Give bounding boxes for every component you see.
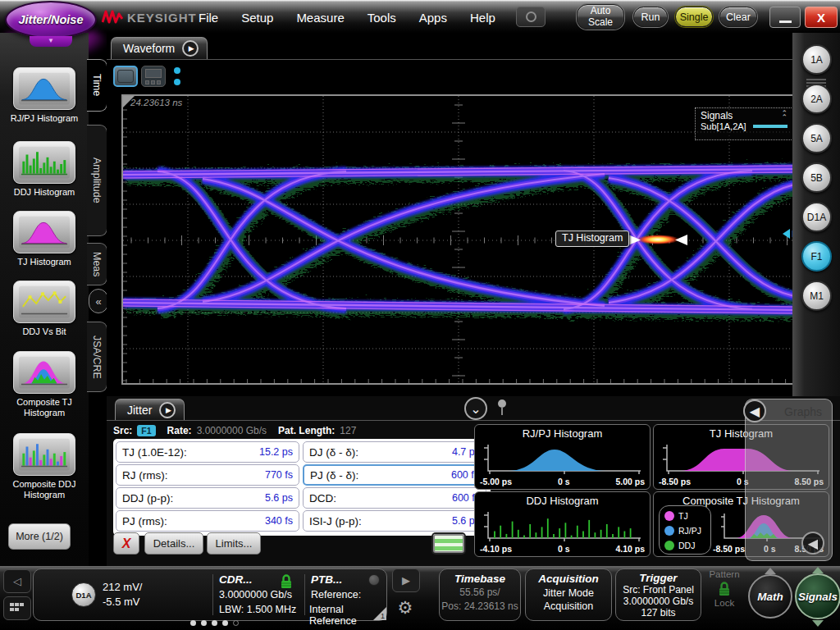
collapse-panel-button[interactable]: ⌄ (464, 397, 487, 420)
src-badge[interactable]: F1 (137, 425, 155, 436)
menu-help[interactable]: Help (459, 9, 507, 26)
result-cell-dcd[interactable]: DCD:600 fs (303, 487, 486, 509)
channel-button-f1[interactable]: F1 (801, 241, 832, 272)
collapse-chevron-icon[interactable]: ⌃⌃ (781, 112, 788, 120)
channel-button-2a[interactable]: 2A (801, 84, 832, 114)
menu-tools[interactable]: Tools (356, 9, 408, 26)
channel-button-1a[interactable]: 1A (801, 44, 832, 75)
signals-button[interactable]: Signals (795, 573, 840, 619)
signal-list-button[interactable] (3, 596, 31, 620)
sidebar-item-composite-ddj-histogram[interactable]: Composite DDJ Histogram (0, 433, 89, 500)
channel-button-5b[interactable]: 5B (801, 162, 832, 193)
details-button[interactable]: Details... (144, 532, 203, 555)
math-button[interactable]: Math (748, 574, 792, 619)
math-up-arrow-icon[interactable] (765, 568, 776, 574)
menu-measure[interactable]: Measure (285, 9, 355, 26)
channel-button-m1[interactable]: M1 (801, 281, 832, 311)
timebase-scale-value: 55.56 ps/ (440, 587, 520, 598)
sidebar-item-ddj-vs-bit[interactable]: DDJ Vs Bit (0, 281, 89, 337)
signal-settings-panel[interactable]: D1A 212 mV/ -5.5 mV CDR... 3.0000000 Gb/… (33, 568, 387, 621)
signals-legend-box[interactable]: Signals ⌃⌃ Sub[1A,2A] (695, 107, 793, 140)
tab-amplitude[interactable]: Amplitude (87, 125, 107, 236)
menu-file[interactable]: File (187, 9, 230, 26)
tab-meas[interactable]: Meas (87, 243, 107, 285)
more-graphs-button[interactable]: More (1/2) (8, 523, 71, 550)
mini-panel-rjpj-histogram[interactable]: RJ/PJ Histogram -5.00 ps 0 s 5.00 ps (474, 424, 651, 490)
menu-setup[interactable]: Setup (230, 9, 285, 26)
pin-icon[interactable] (495, 399, 509, 417)
channel-offset-value: -5.5 mV (103, 596, 140, 608)
signals-down-arrow-icon[interactable] (812, 620, 824, 627)
auto-scale-line1: Auto (591, 6, 611, 16)
rjpj-histogram-icon (19, 72, 70, 105)
x-label-max: 5.00 ps (615, 477, 645, 486)
timebase-panel[interactable]: Timebase 55.56 ps/ Pos: 24.23613 ns (439, 568, 521, 621)
mini-panel-ddj-histogram[interactable]: DDJ Histogram -4.10 ps 0 s 4.10 ps (474, 491, 651, 557)
sidebar-item-rjpj-histogram[interactable]: RJ/PJ Histogram (0, 67, 89, 124)
ddj-vs-bit-icon (19, 285, 70, 318)
trigger-panel[interactable]: Trigger Src: Front Panel 3.0000000 Gb/s … (615, 568, 701, 621)
tab-jsa-cre[interactable]: JSA/CRE (87, 322, 107, 392)
app-logo[interactable]: Jitter/Noise (5, 1, 97, 39)
acquisition-title: Acquisition (526, 573, 611, 585)
run-button[interactable]: Run (633, 7, 668, 27)
graphs-drawer-open-button[interactable]: ◀ (743, 399, 766, 422)
scroll-left-button[interactable]: ◁ (3, 569, 31, 593)
signals-up-arrow-icon[interactable] (812, 567, 824, 573)
jitter-results-table: TJ (1.0E-12):15.2 ps DJ (δ - δ):4.7 ps R… (113, 439, 491, 536)
result-cell-pj-dd[interactable]: PJ (δ - δ):600 fs (303, 464, 486, 486)
d1a-channel-badge[interactable]: D1A (71, 582, 96, 607)
settings-gear-button[interactable]: ⚙ (392, 596, 418, 620)
limits-button[interactable]: Limits... (207, 532, 261, 555)
ptb-status-dot (368, 574, 380, 586)
single-button[interactable]: Single (675, 7, 713, 27)
auto-scale-button[interactable]: Auto Scale (577, 4, 624, 30)
channel-button-d1a[interactable]: D1A (801, 202, 832, 232)
graphs-drawer-arrow-button[interactable]: ◀ (801, 532, 824, 555)
result-cell-tj[interactable]: TJ (1.0E-12):15.2 ps (116, 441, 299, 463)
layout-multi-button[interactable] (141, 66, 166, 87)
waveform-tab-menu-icon[interactable]: ▶ (182, 40, 199, 57)
cdr-rate-value: 3.0000000 Gb/s (219, 589, 292, 600)
table-row: TJ (1.0E-12):15.2 ps DJ (δ - δ):4.7 ps (116, 441, 488, 463)
tab-time[interactable]: Time (87, 59, 107, 112)
delete-measurement-button[interactable]: X (113, 532, 139, 555)
layout-single-button[interactable] (113, 66, 138, 87)
clear-button[interactable]: Clear (719, 7, 757, 27)
menu-apps[interactable]: Apps (408, 9, 459, 26)
pagination-dots[interactable] (190, 620, 239, 626)
waveform-tab[interactable]: Waveform ▶ (111, 37, 208, 59)
trigger-title: Trigger (616, 572, 701, 584)
eye-diagram-plot[interactable]: 24.23613 ns Signals ⌃⌃ Sub[1A,2A] TJ His… (121, 94, 796, 385)
keysight-spark-icon (102, 9, 123, 25)
table-row: RJ (rms):770 fs PJ (δ - δ):600 fs (116, 464, 488, 486)
sidebar-item-tj-histogram[interactable]: TJ Histogram (0, 211, 89, 267)
jitter-tab[interactable]: Jitter ▶ (115, 399, 185, 420)
jitter-tab-menu-icon[interactable]: ▶ (159, 402, 176, 418)
collapse-sidebar-button[interactable]: « (89, 289, 108, 313)
screenshot-camera-button[interactable] (516, 7, 546, 27)
table-row: PJ (rms):340 fs ISI-J (p-p):5.6 ps (116, 510, 488, 532)
graph-sidebar: RJ/PJ Histogram DDJ Histogram TJ Histogr… (0, 33, 89, 566)
acquisition-mode-line1: Jitter Mode (526, 587, 611, 599)
panel-divider (212, 574, 213, 615)
result-cell-ddj[interactable]: DDJ (p-p):5.6 ps (116, 487, 299, 509)
logo-dropdown-arrow[interactable]: ▼ (30, 36, 72, 47)
acquisition-panel[interactable]: Acquisition Jitter Mode Acquisition (525, 568, 612, 621)
close-button[interactable]: X (805, 7, 838, 28)
sidebar-item-label: TJ Histogram (0, 257, 89, 267)
channel-scale-value: 212 mV/ (103, 581, 142, 593)
minimize-button[interactable] (769, 7, 801, 28)
channel-button-5a[interactable]: 5A (801, 123, 832, 153)
result-cell-rj[interactable]: RJ (rms):770 fs (116, 464, 299, 486)
sidebar-item-composite-tj-histogram[interactable]: Composite TJ Histogram (0, 351, 89, 418)
trigger-rate-value: 3.0000000 Gb/s (616, 596, 701, 607)
cdr-lock-icon (280, 573, 293, 589)
result-cell-isij[interactable]: ISI-J (p-p):5.6 ps (303, 510, 486, 532)
sidebar-item-label: DDJ Histogram (0, 187, 89, 198)
result-cell-dj[interactable]: DJ (δ - δ):4.7 ps (303, 441, 486, 463)
result-cell-pj-rms[interactable]: PJ (rms):340 fs (116, 510, 299, 532)
scroll-right-button[interactable]: ▶ (392, 568, 420, 592)
sidebar-item-ddj-histogram[interactable]: DDJ Histogram (0, 141, 89, 198)
pane-indicator-dot (174, 79, 180, 85)
